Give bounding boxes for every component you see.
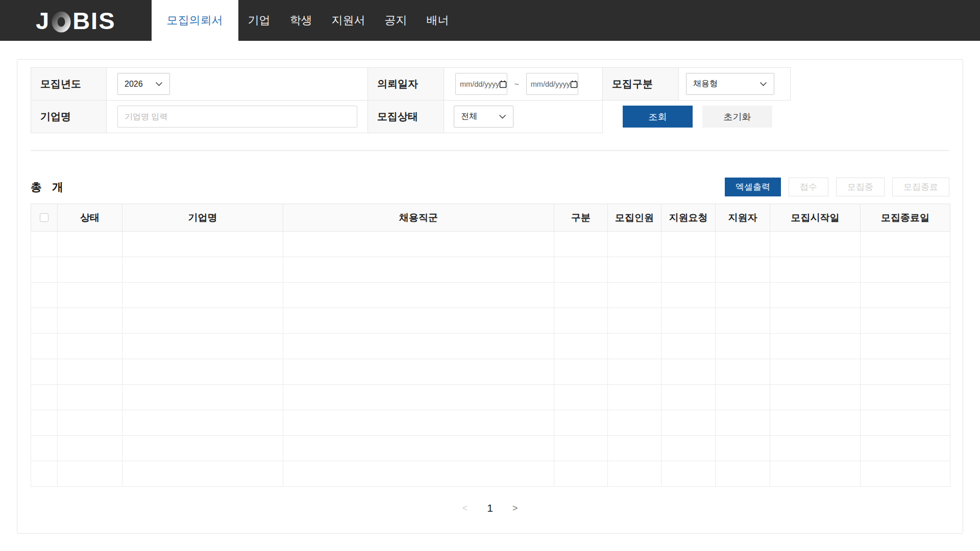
table-cell bbox=[554, 283, 608, 308]
table-cell bbox=[770, 257, 861, 283]
table-cell bbox=[283, 308, 554, 334]
table-cell bbox=[58, 385, 122, 410]
table-cell bbox=[554, 410, 608, 436]
table-cell bbox=[716, 436, 770, 461]
table-row bbox=[31, 461, 950, 487]
table-cell bbox=[58, 232, 122, 257]
table-cell bbox=[31, 257, 58, 283]
filter-section: 모집년도 2026 의뢰일자 mm/dd/yyyy bbox=[31, 67, 949, 151]
calendar-icon[interactable] bbox=[499, 80, 507, 88]
logo-letter: B bbox=[72, 7, 91, 35]
content-card: 모집년도 2026 의뢰일자 mm/dd/yyyy bbox=[17, 59, 963, 534]
recruit-type-value: 채용형 bbox=[693, 79, 718, 89]
table-cell bbox=[608, 308, 662, 334]
nav-item[interactable]: 배너 bbox=[417, 0, 459, 41]
table-cell bbox=[716, 232, 770, 257]
table-cell bbox=[662, 308, 716, 334]
reset-button[interactable]: 초기화 bbox=[702, 106, 772, 128]
table-cell bbox=[283, 461, 554, 487]
chevron-down-icon bbox=[760, 82, 767, 86]
table-cell bbox=[716, 461, 770, 487]
table-cell bbox=[122, 308, 283, 334]
table-cell bbox=[662, 257, 716, 283]
list-toolbar: 총 개 엑셀출력 접수 모집중 모집종료 bbox=[31, 178, 949, 196]
column-header: 모집인원 bbox=[608, 204, 662, 232]
page-prev-button[interactable]: < bbox=[462, 503, 468, 514]
receive-button[interactable]: 접수 bbox=[789, 178, 828, 196]
table-cell bbox=[31, 283, 58, 308]
nav-items: 기업학생지원서공지배너 bbox=[238, 0, 459, 41]
nav-item[interactable]: 기업 bbox=[238, 0, 280, 41]
table-cell bbox=[716, 410, 770, 436]
year-select[interactable]: 2026 bbox=[117, 73, 170, 95]
table-cell bbox=[31, 410, 58, 436]
page-next-button[interactable]: > bbox=[512, 503, 518, 514]
date-range-separator: ~ bbox=[514, 80, 519, 88]
nav-item[interactable]: 지원서 bbox=[322, 0, 375, 41]
table-cell bbox=[554, 461, 608, 487]
column-header: 상태 bbox=[58, 204, 122, 232]
column-header: 기업명 bbox=[122, 204, 283, 232]
page-number-current[interactable]: 1 bbox=[487, 502, 493, 514]
table-cell bbox=[608, 257, 662, 283]
table-cell bbox=[770, 385, 861, 410]
recruit-type-label: 모집구분 bbox=[603, 68, 679, 101]
excel-export-button[interactable]: 엑셀출력 bbox=[725, 178, 781, 196]
table-cell bbox=[122, 232, 283, 257]
recruiting-button[interactable]: 모집중 bbox=[836, 178, 885, 196]
table-cell bbox=[58, 359, 122, 385]
date-from-input[interactable]: mm/dd/yyyy bbox=[455, 73, 507, 95]
column-header: 지원자 bbox=[716, 204, 770, 232]
search-button[interactable]: 조회 bbox=[623, 106, 693, 128]
nav-item-active[interactable]: 모집의뢰서 bbox=[152, 0, 238, 41]
table-cell bbox=[662, 385, 716, 410]
table-cell bbox=[716, 283, 770, 308]
table-cell bbox=[770, 308, 861, 334]
table-cell bbox=[662, 232, 716, 257]
table-cell bbox=[861, 461, 950, 487]
table-cell bbox=[662, 410, 716, 436]
recruit-type-select[interactable]: 채용형 bbox=[686, 73, 774, 95]
table-cell bbox=[770, 436, 861, 461]
nav-item[interactable]: 공지 bbox=[375, 0, 417, 41]
table-cell bbox=[283, 334, 554, 359]
brand-logo: JBIS bbox=[36, 0, 116, 41]
select-all-checkbox[interactable] bbox=[40, 213, 48, 222]
table-cell bbox=[716, 257, 770, 283]
table-cell bbox=[58, 436, 122, 461]
recruit-status-select[interactable]: 전체 bbox=[454, 106, 513, 128]
table-cell bbox=[608, 334, 662, 359]
table-cell bbox=[770, 232, 861, 257]
year-select-value: 2026 bbox=[125, 80, 143, 89]
nav-item[interactable]: 학생 bbox=[280, 0, 322, 41]
company-input[interactable] bbox=[117, 106, 357, 128]
toolbar-buttons: 엑셀출력 접수 모집중 모집종료 bbox=[725, 178, 949, 196]
date-from-value: mm/dd/yyyy bbox=[460, 80, 499, 88]
column-header: 모집시작일 bbox=[770, 204, 861, 232]
logo-o-ring bbox=[51, 7, 72, 34]
filter-table: 모집년도 2026 의뢰일자 mm/dd/yyyy bbox=[31, 67, 951, 133]
table-row bbox=[31, 385, 950, 410]
total-count-text: 총 개 bbox=[31, 180, 63, 195]
table-cell bbox=[122, 436, 283, 461]
total-suffix: 개 bbox=[52, 180, 63, 195]
table-cell bbox=[58, 461, 122, 487]
table-cell bbox=[608, 283, 662, 308]
table-cell bbox=[31, 385, 58, 410]
table-cell bbox=[554, 385, 608, 410]
table-cell bbox=[608, 461, 662, 487]
chevron-down-icon bbox=[499, 114, 506, 119]
table-cell bbox=[861, 283, 950, 308]
table-cell bbox=[608, 385, 662, 410]
date-to-input[interactable]: mm/dd/yyyy bbox=[526, 73, 578, 95]
table-cell bbox=[554, 232, 608, 257]
logo-letter: S bbox=[99, 7, 115, 35]
table-cell bbox=[608, 359, 662, 385]
table-cell bbox=[283, 436, 554, 461]
recruit-closed-button[interactable]: 모집종료 bbox=[892, 178, 949, 196]
column-header: 지원요청 bbox=[662, 204, 716, 232]
table-cell bbox=[770, 334, 861, 359]
table-cell bbox=[554, 334, 608, 359]
calendar-icon[interactable] bbox=[570, 80, 578, 88]
recruit-status-value: 전체 bbox=[461, 111, 477, 122]
